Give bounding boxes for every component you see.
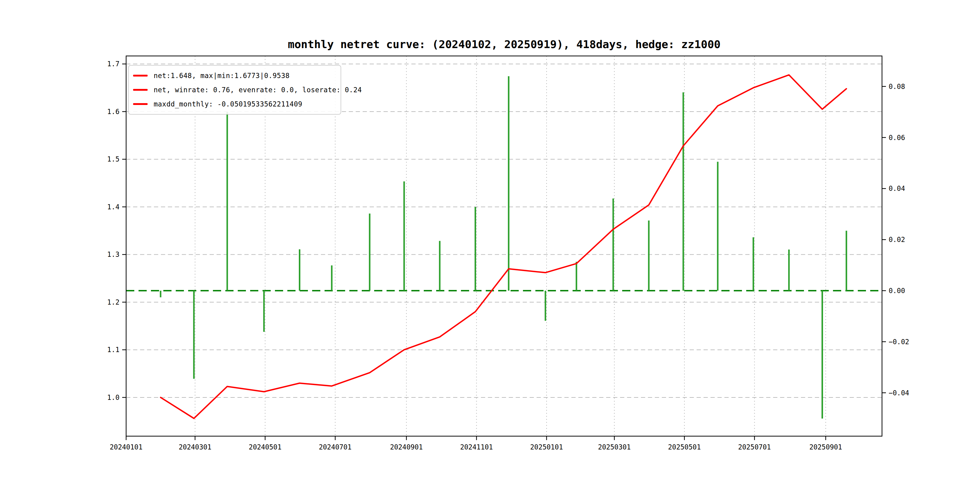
x-tick-label: 20250101 — [530, 443, 563, 451]
y-left-tick-label: 1.7 — [107, 60, 119, 68]
y-left-tick-label: 1.2 — [107, 298, 119, 306]
y-left-tick-label: 1.1 — [107, 346, 119, 353]
y-left-tick-label: 1.5 — [107, 155, 119, 163]
x-tick-label: 20250901 — [810, 443, 842, 451]
x-tick-label: 20240301 — [179, 443, 212, 451]
legend-line-swatch-red — [133, 75, 148, 76]
y-right-tick-label: 0.06 — [889, 134, 905, 142]
y-right-tick-label: 0.08 — [889, 83, 905, 91]
x-tick-label: 20250701 — [738, 443, 771, 451]
y-right-tick-label: −0.02 — [889, 338, 909, 346]
y-right-tick-label: 0.00 — [889, 287, 905, 294]
x-tick-label: 20250501 — [668, 443, 701, 451]
legend-item-net: net:1.648, max|min:1.6773|0.9538 — [133, 72, 337, 80]
legend-item-label: net:1.648, max|min:1.6773|0.9538 — [154, 72, 290, 80]
x-tick-label: 20241101 — [460, 443, 493, 451]
y-right-tick-label: 0.04 — [889, 185, 905, 192]
y-right-tick-label: −0.04 — [889, 389, 909, 397]
legend-item-maxdd: maxdd_monthly: -0.05019533562211409 — [133, 100, 337, 108]
legend-item-winrate: net, winrate: 0.76, evenrate: 0.0, loser… — [133, 86, 337, 94]
x-tick-label: 20240701 — [319, 443, 352, 451]
figure: monthly netret curve: (20240102, 2025091… — [0, 0, 980, 490]
legend-line-swatch-red — [133, 103, 148, 105]
y-right-tick-label: 0.02 — [889, 235, 905, 243]
legend-item-label: net, winrate: 0.76, evenrate: 0.0, loser… — [154, 86, 362, 94]
legend-box: net:1.648, max|min:1.6773|0.9538 net, wi… — [128, 65, 341, 115]
net-curve — [161, 75, 846, 418]
x-tick-label: 20240901 — [390, 443, 423, 451]
y-left-tick-label: 1.6 — [107, 108, 119, 116]
y-left-tick-label: 1.0 — [107, 393, 119, 401]
x-tick-label: 20240101 — [110, 443, 142, 451]
y-left-tick-label: 1.3 — [107, 250, 119, 258]
y-left-tick-label: 1.4 — [107, 203, 119, 211]
legend-item-label: maxdd_monthly: -0.05019533562211409 — [154, 100, 302, 108]
x-tick-label: 20240501 — [249, 443, 281, 451]
x-tick-label: 20250301 — [598, 443, 631, 451]
legend-line-swatch-red — [133, 89, 148, 91]
